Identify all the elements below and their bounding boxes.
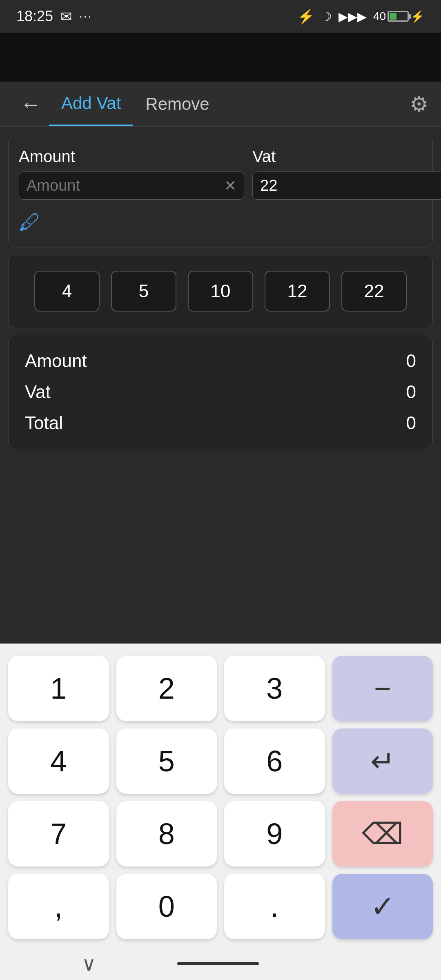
preset-4-button[interactable]: 4 xyxy=(34,271,100,312)
app-header: ← Add Vat Remove ⚙ xyxy=(0,82,441,127)
tab-remove[interactable]: Remove xyxy=(133,82,221,126)
key-minus[interactable]: − xyxy=(332,656,433,721)
vat-result-label: Vat xyxy=(25,382,51,402)
bottom-indicator: ∨ xyxy=(0,947,441,980)
charging-icon: ⚡ xyxy=(410,10,425,23)
results-section: Amount 0 Vat 0 Total 0 xyxy=(8,335,433,449)
main-content: Amount ✕ 🖊 Vat ✕ 4 5 10 12 22 Amount 0 xyxy=(0,127,441,644)
key-6[interactable]: 6 xyxy=(224,728,325,794)
vat-label: Vat xyxy=(252,147,441,166)
bluetooth-icon: ⚡ xyxy=(297,8,314,24)
total-result-row: Total 0 xyxy=(25,410,416,437)
moon-icon: ☽ xyxy=(321,9,332,24)
status-bar: 18:25 ✉ ··· ⚡ ☽ ▶▶▶ 40 ⚡ xyxy=(0,0,441,33)
amount-result-label: Amount xyxy=(25,351,87,371)
vat-field-container[interactable]: ✕ xyxy=(252,172,441,200)
vat-presets-section: 4 5 10 12 22 xyxy=(8,254,433,328)
mail-icon: ✉ xyxy=(60,8,72,24)
settings-button[interactable]: ⚙ xyxy=(410,92,429,116)
amount-input-group: Amount ✕ 🖊 xyxy=(19,147,244,235)
key-8[interactable]: 8 xyxy=(116,801,217,866)
vat-input-group: Vat ✕ xyxy=(252,147,441,235)
key-delete[interactable]: ⌫ xyxy=(332,801,433,866)
pencil-icon: 🖊 xyxy=(19,209,244,235)
key-5[interactable]: 5 xyxy=(116,728,217,794)
vat-input[interactable] xyxy=(260,177,441,194)
home-bar xyxy=(177,962,259,965)
preset-10-button[interactable]: 10 xyxy=(188,271,253,312)
key-9[interactable]: 9 xyxy=(224,801,325,866)
preset-22-button[interactable]: 22 xyxy=(341,271,407,312)
status-time: 18:25 xyxy=(16,8,53,25)
preset-12-button[interactable]: 12 xyxy=(265,271,330,312)
key-0[interactable]: 0 xyxy=(116,874,217,939)
amount-result-row: Amount 0 xyxy=(25,347,416,374)
keyboard-grid: 1 2 3 − 4 5 6 ↵ 7 8 9 ⌫ , 0 . ✓ xyxy=(8,656,433,939)
total-result-label: Total xyxy=(25,413,63,433)
key-1[interactable]: 1 xyxy=(8,656,109,721)
key-dot[interactable]: . xyxy=(224,874,325,939)
tab-add-vat[interactable]: Add Vat xyxy=(49,82,133,126)
battery-level: 40 xyxy=(373,10,386,23)
back-button[interactable]: ← xyxy=(12,92,49,116)
amount-field-container[interactable]: ✕ xyxy=(19,172,244,200)
key-7[interactable]: 7 xyxy=(8,801,109,866)
dark-area xyxy=(0,33,441,82)
key-comma[interactable]: , xyxy=(8,874,109,939)
total-result-value: 0 xyxy=(406,413,416,433)
empty-area xyxy=(0,449,441,644)
battery-icon: 40 ⚡ xyxy=(373,10,425,23)
key-enter[interactable]: ↵ xyxy=(332,728,433,794)
preset-5-button[interactable]: 5 xyxy=(111,271,176,312)
keyboard-hide-button[interactable]: ∨ xyxy=(82,952,96,975)
vat-result-value: 0 xyxy=(406,382,416,402)
key-3[interactable]: 3 xyxy=(224,656,325,721)
amount-result-value: 0 xyxy=(406,351,416,371)
key-4[interactable]: 4 xyxy=(8,728,109,794)
keyboard-area: 1 2 3 − 4 5 6 ↵ 7 8 9 ⌫ , 0 . ✓ xyxy=(0,644,441,947)
amount-clear-button[interactable]: ✕ xyxy=(224,177,236,194)
input-section: Amount ✕ 🖊 Vat ✕ xyxy=(8,135,433,247)
vat-result-row: Vat 0 xyxy=(25,379,416,405)
amount-input[interactable] xyxy=(27,177,220,194)
key-confirm[interactable]: ✓ xyxy=(332,874,433,939)
more-icon: ··· xyxy=(79,10,92,23)
amount-label: Amount xyxy=(19,147,244,166)
signal-icon: ▶▶▶ xyxy=(339,9,367,24)
key-2[interactable]: 2 xyxy=(116,656,217,721)
